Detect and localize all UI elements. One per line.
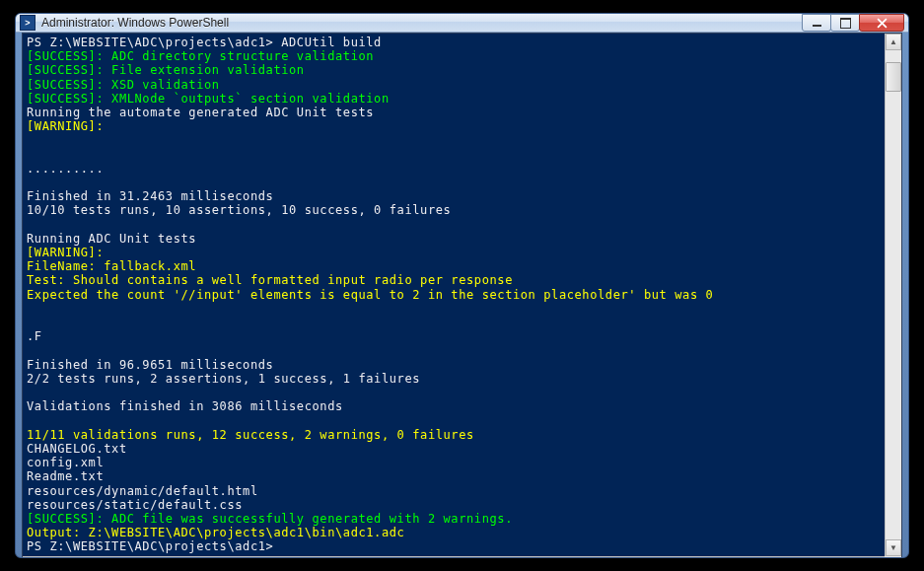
terminal-text: config.xml <box>27 456 104 469</box>
terminal-line <box>27 176 897 189</box>
scroll-down-button[interactable]: ▼ <box>886 539 901 556</box>
terminal-text: [WARNING]: <box>27 246 104 259</box>
scroll-right-button[interactable]: ▶ <box>868 557 885 558</box>
terminal-line <box>27 316 897 329</box>
terminal-line: Running ADC Unit tests <box>27 232 897 246</box>
terminal-line: Expected the count '//input' elements is… <box>27 288 897 302</box>
horizontal-scrollbar[interactable]: ◀ ▶ <box>23 556 885 558</box>
terminal-text: PS Z:\WEBSITE\ADC\projects\adc1> ADCUtil… <box>27 36 382 49</box>
terminal-line: Output: Z:\WEBSITE\ADC\projects\adc1\bin… <box>27 526 897 539</box>
terminal-line: .F <box>27 329 897 343</box>
terminal-line: resources/dynamic/default.html <box>27 484 897 498</box>
horizontal-scroll-track[interactable] <box>39 557 868 558</box>
terminal-line <box>27 343 897 357</box>
terminal-line: Running the automate generated ADC Unit … <box>27 106 897 119</box>
powershell-icon: > <box>20 15 36 31</box>
terminal-line: PS Z:\WEBSITE\ADC\projects\adc1> <box>27 539 897 553</box>
close-button[interactable] <box>859 14 904 32</box>
terminal-line <box>27 148 897 162</box>
terminal-line: [SUCCESS]: XSD validation <box>27 78 897 92</box>
terminal-text: .......... <box>27 162 104 176</box>
terminal-line: [SUCCESS]: XMLNode `outputs` section val… <box>27 92 897 106</box>
terminal-line: PS Z:\WEBSITE\ADC\projects\adc1> ADCUtil… <box>27 36 897 49</box>
client-area: PS Z:\WEBSITE\ADC\projects\adc1> ADCUtil… <box>22 33 902 558</box>
terminal-line <box>27 218 897 232</box>
terminal-line <box>27 413 897 427</box>
powershell-window: > Administrator: Windows PowerShell PS Z… <box>15 13 909 558</box>
terminal-line <box>27 302 897 316</box>
scroll-left-button[interactable]: ◀ <box>23 557 39 558</box>
terminal-line: CHANGELOG.txt <box>27 442 897 456</box>
terminal-text: 10/10 tests runs, 10 assertions, 10 succ… <box>27 203 451 217</box>
terminal-line: Validations finished in 3086 millisecond… <box>27 399 897 413</box>
terminal-line <box>27 133 897 147</box>
minimize-button[interactable] <box>802 14 831 32</box>
terminal-text: [SUCCESS]: XSD validation <box>27 78 220 92</box>
scrollbar-corner <box>885 556 901 558</box>
terminal-line: FileName: fallback.xml <box>27 259 897 273</box>
icon-glyph: > <box>25 18 30 28</box>
terminal-line: 10/10 tests runs, 10 assertions, 10 succ… <box>27 203 897 217</box>
terminal-line: [WARNING]: <box>27 246 897 259</box>
terminal-line: Finished in 96.9651 milliseconds <box>27 358 897 372</box>
terminal-text: [SUCCESS]: ADC file was successfully gen… <box>27 512 513 526</box>
terminal-line: Readme.txt <box>27 469 897 483</box>
terminal-line: config.xml <box>27 456 897 469</box>
terminal-output[interactable]: PS Z:\WEBSITE\ADC\projects\adc1> ADCUtil… <box>23 34 901 556</box>
terminal-text: Finished in 96.9651 milliseconds <box>27 358 273 372</box>
terminal-text: resources/dynamic/default.html <box>27 484 258 498</box>
terminal-text: 2/2 tests runs, 2 assertions, 1 success,… <box>27 372 420 386</box>
vertical-scrollbar[interactable]: ▲ ▼ <box>885 34 901 556</box>
terminal-line: [SUCCESS]: File extension validation <box>27 63 897 77</box>
vertical-scroll-thumb[interactable] <box>886 62 901 92</box>
terminal-text: resources/static/default.css <box>27 498 243 512</box>
terminal-text: PS Z:\WEBSITE\ADC\projects\adc1> <box>27 539 273 553</box>
terminal-line: Test: Should contains a well formatted i… <box>27 273 897 287</box>
scroll-up-button[interactable]: ▲ <box>886 34 901 50</box>
terminal-text: Validations finished in 3086 millisecond… <box>27 399 343 413</box>
terminal-text: Running ADC Unit tests <box>27 232 196 246</box>
terminal-text: [SUCCESS]: XMLNode `outputs` section val… <box>27 92 390 106</box>
window-title: Administrator: Windows PowerShell <box>41 16 803 30</box>
terminal-line: 11/11 validations runs, 12 success, 2 wa… <box>27 428 897 442</box>
terminal-line: resources/static/default.css <box>27 498 897 512</box>
terminal-line: [SUCCESS]: ADC file was successfully gen… <box>27 512 897 526</box>
terminal-text: [SUCCESS]: File extension validation <box>27 63 305 77</box>
maximize-button[interactable] <box>830 14 860 32</box>
terminal-text: Expected the count '//input' elements is… <box>27 288 713 302</box>
titlebar[interactable]: > Administrator: Windows PowerShell <box>16 14 908 33</box>
terminal-line: .......... <box>27 162 897 176</box>
terminal-text: [WARNING]: <box>27 119 104 133</box>
terminal-text: Output: Z:\WEBSITE\ADC\projects\adc1\bin… <box>27 526 404 539</box>
window-buttons <box>803 14 904 32</box>
terminal-line: [WARNING]: <box>27 119 897 133</box>
terminal-line <box>27 386 897 399</box>
terminal-text: Running the automate generated ADC Unit … <box>27 106 374 119</box>
terminal-text: 11/11 validations runs, 12 success, 2 wa… <box>27 428 474 442</box>
terminal-text: Test: Should contains a well formatted i… <box>27 273 513 287</box>
terminal-text: FileName: fallback.xml <box>27 259 196 273</box>
horizontal-scroll-thumb[interactable] <box>39 557 860 558</box>
terminal-line: 2/2 tests runs, 2 assertions, 1 success,… <box>27 372 897 386</box>
terminal-line: Finished in 31.2463 milliseconds <box>27 189 897 203</box>
terminal-line: [SUCCESS]: ADC directory structure valid… <box>27 49 897 63</box>
terminal-text: Readme.txt <box>27 469 104 483</box>
vertical-scroll-track[interactable] <box>886 50 901 539</box>
terminal-text: [SUCCESS]: ADC directory structure valid… <box>27 49 374 63</box>
terminal-text: .F <box>27 329 42 343</box>
terminal-text: CHANGELOG.txt <box>27 442 127 456</box>
close-icon <box>877 18 888 29</box>
terminal-text: Finished in 31.2463 milliseconds <box>27 189 273 203</box>
